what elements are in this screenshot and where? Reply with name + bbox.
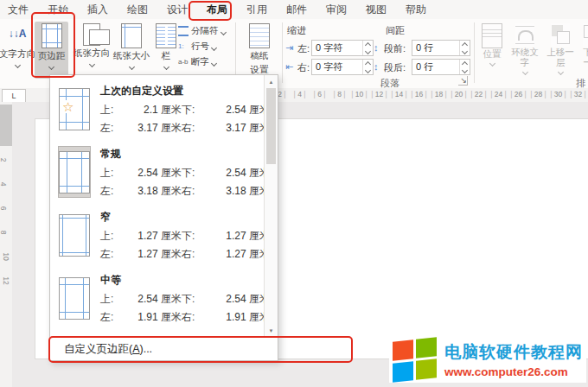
tab-help[interactable]: 帮助	[405, 3, 427, 17]
custom-margins-menu-item[interactable]: 自定义页边距(A)...	[50, 337, 278, 360]
ruler-number: 4	[290, 90, 310, 98]
scroll-up-icon[interactable]: ▲	[265, 76, 277, 87]
top-label: 上:	[100, 292, 126, 307]
margins-dropdown: ☆ 上次的自定义设置 上:2.1 厘米 下:2.54 厘米 左:3.17 厘米 …	[49, 74, 278, 361]
paper-size-button[interactable]: 纸张大小	[112, 22, 150, 79]
tab-mailings[interactable]: 邮件	[285, 3, 308, 17]
margins-button[interactable]: 页边距	[35, 22, 68, 79]
spacing-before-label: 段前:	[384, 42, 406, 55]
tab-home[interactable]: 开始	[47, 3, 69, 17]
chevron-down-icon	[88, 61, 94, 67]
spinner-down-icon[interactable]	[462, 67, 468, 73]
ruler-number: 8	[0, 231, 8, 235]
orientation-button[interactable]: 纸张方向	[73, 22, 111, 79]
position-icon	[482, 23, 502, 48]
spinner-up-icon[interactable]	[462, 60, 468, 67]
top-value: 2.54 厘米	[126, 292, 182, 307]
spinner[interactable]	[459, 60, 470, 74]
ruler-number: 12	[369, 90, 389, 98]
hyphenation-button[interactable]: a-b 断字	[178, 55, 233, 68]
dialog-launcher-icon[interactable]: ↘	[458, 76, 468, 86]
send-backward-icon	[583, 23, 588, 47]
line-numbers-icon: 1:	[178, 41, 189, 52]
spinner-up-icon[interactable]	[462, 41, 468, 48]
margin-preset-narrow[interactable]: 窄 上:1.27 厘米 下:1.27 厘米 左:1.27 厘米 右:1.27 厘…	[50, 208, 265, 271]
margin-preset-normal[interactable]: 常规 上:2.54 厘米 下:2.54 厘米 左:3.18 厘米 右:3.18 …	[50, 145, 265, 208]
spacing-before-icon: ↕	[374, 42, 379, 53]
line-numbers-button[interactable]: 1: 行号	[178, 40, 233, 53]
spacing-title: 间距	[386, 24, 405, 37]
manuscript-setup-label-1: 稿纸	[251, 50, 269, 62]
spinner-down-icon[interactable]	[365, 67, 371, 73]
custom-margins-accelerator: A	[132, 343, 139, 355]
orientation-label: 纸张方向	[74, 48, 110, 60]
chevron-down-icon	[489, 60, 495, 67]
last-custom-margins-icon: ☆	[59, 88, 90, 130]
margin-preset-icon-wrap: ☆	[59, 84, 90, 134]
tab-references[interactable]: 引用	[246, 3, 268, 17]
indent-right-icon: ⇤	[285, 61, 293, 73]
manuscript-setup-button[interactable]: 稿纸 设置	[240, 22, 278, 79]
text-direction-button[interactable]: ↓↓A 文字方向	[0, 22, 35, 79]
orientation-icon	[83, 23, 100, 46]
top-value: 1.27 厘米	[126, 229, 182, 244]
right-value: 1.91 厘米	[209, 310, 270, 325]
margin-preset-text: 常规 上:2.54 厘米 下:2.54 厘米 左:3.18 厘米 右:3.18 …	[100, 145, 270, 199]
spinner-down-icon[interactable]	[462, 48, 468, 54]
menu-bar: 文件 开始 插入 绘图 设计 布局 引用 邮件 审阅 视图 帮助	[0, 0, 588, 19]
margin-preset-icon-wrap	[59, 273, 90, 323]
tab-layout[interactable]: 布局	[206, 3, 228, 17]
indent-right-input[interactable]: 0 字符	[311, 59, 374, 75]
hyphenation-label: 断字	[191, 56, 209, 68]
spacing-after-label: 段后:	[384, 61, 406, 74]
right-label: 右:	[182, 121, 209, 136]
star-icon: ☆	[62, 100, 74, 113]
spacing-after-input[interactable]: 0 行	[412, 59, 470, 75]
spinner[interactable]	[362, 60, 373, 74]
indent-left-input[interactable]: 0 字符	[311, 40, 374, 56]
ruler-number: 10	[2, 252, 10, 260]
spacing-before-input[interactable]: 0 行	[412, 40, 470, 56]
tab-review[interactable]: 审阅	[325, 3, 348, 17]
spinner-up-icon[interactable]	[365, 41, 371, 48]
narrow-margins-icon	[59, 214, 90, 257]
spinner-down-icon[interactable]	[365, 48, 371, 54]
tab-draw[interactable]: 绘图	[126, 3, 149, 17]
spinner[interactable]	[362, 41, 373, 55]
ruler-number: 4	[0, 182, 8, 187]
spinner[interactable]	[459, 41, 470, 55]
line-numbers-label: 行号	[191, 41, 209, 53]
margin-preset-last-custom[interactable]: ☆ 上次的自定义设置 上:2.1 厘米 下:2.54 厘米 左:3.17 厘米 …	[50, 82, 265, 145]
vertical-ruler[interactable]: 24681012	[0, 102, 13, 387]
hyphenation-icon: a-b	[178, 57, 189, 67]
normal-margins-icon	[59, 151, 90, 194]
ruler-number: 6	[0, 206, 8, 211]
scrollbar-thumb[interactable]	[266, 88, 276, 164]
ruler-number: 18	[429, 90, 449, 98]
tab-selector-button[interactable]: L	[2, 89, 26, 103]
position-button[interactable]: 位置	[477, 22, 507, 79]
tab-file[interactable]: 文件	[7, 3, 29, 17]
send-backward-button[interactable]: 下移一层	[579, 22, 588, 79]
columns-button[interactable]: 栏	[154, 22, 178, 79]
scroll-down-icon[interactable]: ▼	[265, 325, 277, 336]
tab-view[interactable]: 视图	[365, 3, 387, 17]
ruler-number: 12	[2, 276, 10, 284]
scrollbar[interactable]: ▲ ▼	[264, 75, 278, 337]
ruler-number: 20	[449, 90, 469, 98]
tab-insert[interactable]: 插入	[86, 3, 109, 17]
bring-forward-button[interactable]: 上移一层	[543, 22, 578, 79]
text-direction-icon: ↓↓A	[8, 23, 27, 47]
wrap-text-button[interactable]: 环绕文字	[508, 22, 541, 79]
columns-label: 栏	[162, 50, 171, 62]
columns-icon	[156, 23, 176, 48]
chevron-down-icon	[557, 69, 563, 75]
chevron-down-icon	[128, 64, 134, 70]
logo-square-yellow	[416, 358, 437, 380]
tab-design[interactable]: 设计	[166, 3, 189, 17]
margin-preset-moderate[interactable]: 中等 上:2.54 厘米 下:2.54 厘米 左:1.91 厘米 右:1.91 …	[50, 271, 265, 334]
vertical-ruler-margin-zone	[0, 105, 12, 146]
spinner-up-icon[interactable]	[365, 60, 371, 67]
breaks-button[interactable]: 分隔符	[178, 24, 233, 37]
windows-logo	[393, 337, 437, 382]
